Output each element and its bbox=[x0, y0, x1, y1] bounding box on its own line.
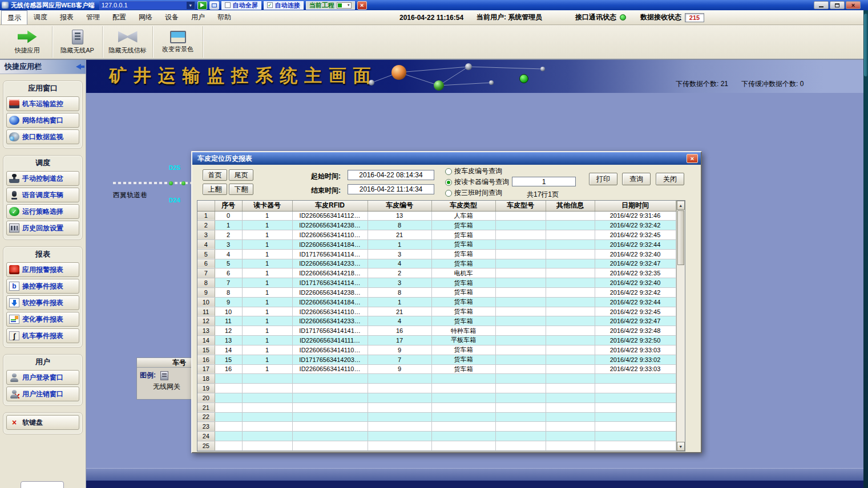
column-header-其他信息[interactable]: 其他信息 bbox=[546, 201, 595, 211]
auto-connect-checkbox[interactable]: 自动连接 bbox=[264, 1, 304, 10]
close-dialog-button[interactable]: 关闭 bbox=[656, 173, 684, 185]
print-button[interactable]: 打印 bbox=[589, 173, 617, 185]
minimize-button[interactable] bbox=[814, 1, 829, 9]
menu-item-report[interactable]: 报表 bbox=[54, 10, 80, 25]
table-row[interactable]: 14131ID22606563414111…17平板车箱2016/4/22 9:… bbox=[197, 336, 676, 345]
disconnect-button[interactable] bbox=[357, 1, 367, 10]
table-vertical-scrollbar[interactable] bbox=[676, 201, 685, 451]
sidebar-item-soft-event-report[interactable]: 软控事件报表 bbox=[6, 295, 79, 310]
sidebar-item-control-event-report[interactable]: 操控事件报表 bbox=[6, 279, 79, 294]
table-row[interactable]: 11101ID22606563414110…21货车箱2016/4/22 9:3… bbox=[197, 307, 676, 316]
table-row[interactable]: 761ID22606563414218…2电机车2016/4/22 9:32:3… bbox=[197, 269, 676, 278]
page-down-button[interactable]: 下翻 bbox=[229, 184, 253, 195]
radio-selected-icon[interactable] bbox=[445, 179, 452, 186]
auto-fullscreen-checkbox[interactable]: 自动全屏 bbox=[221, 1, 261, 10]
table-row[interactable]: 19 bbox=[197, 384, 676, 393]
sidebar-item-loco-event-report[interactable]: 机车事件报表 bbox=[6, 328, 79, 343]
table-row[interactable]: 1091ID22606563414184…1货车箱2016/4/22 9:32:… bbox=[197, 297, 676, 307]
menu-item-manage[interactable]: 管理 bbox=[80, 10, 106, 25]
checkbox-unchecked-icon[interactable] bbox=[225, 2, 231, 8]
ip-dropdown-arrow-icon[interactable] bbox=[187, 2, 195, 9]
app-vertical-scrollbar[interactable] bbox=[863, 10, 868, 488]
scroll-up-arrow-icon[interactable] bbox=[677, 201, 685, 210]
table-row[interactable]: 15141ID22606563414110…9货车箱2016/4/22 9:33… bbox=[197, 345, 676, 355]
table-scrollbar-track[interactable] bbox=[677, 266, 685, 442]
menu-item-user[interactable]: 用户 bbox=[185, 10, 211, 25]
reader-number-input[interactable] bbox=[512, 177, 576, 186]
table-row[interactable]: 431ID22606563414184…1货车箱2016/4/22 9:32:4… bbox=[197, 239, 676, 249]
table-row[interactable]: 651ID22606563414233…4货车箱2016/4/22 9:32:4… bbox=[197, 259, 676, 269]
sidebar-item-user-login[interactable]: 用户登录窗口 bbox=[6, 370, 79, 385]
table-row[interactable]: 22 bbox=[197, 412, 676, 422]
fullscreen-button[interactable] bbox=[209, 1, 219, 10]
dialog-titlebar[interactable]: 车皮定位历史报表 bbox=[192, 152, 701, 165]
toolbar-button-hide-wireless-beacon[interactable]: 隐藏无线信标 bbox=[103, 26, 153, 58]
toolbar-button-hide-wireless-ap[interactable]: 隐藏无线AP bbox=[53, 26, 103, 58]
table-row[interactable]: 25 bbox=[197, 441, 676, 451]
table-row[interactable]: 12111ID22606563414233…4货车箱2016/4/22 9:32… bbox=[197, 316, 676, 326]
menu-item-device[interactable]: 设备 bbox=[159, 10, 185, 25]
server-ip-combo[interactable] bbox=[99, 1, 195, 10]
toolbar-button-quick-app[interactable]: 快捷应用 bbox=[2, 26, 53, 58]
menu-item-config[interactable]: 配置 bbox=[106, 10, 132, 25]
column-header-读卡器号[interactable]: 读卡器号 bbox=[242, 201, 292, 211]
column-header-车皮类型[interactable]: 车皮类型 bbox=[431, 201, 495, 211]
radio-by-shift-time[interactable]: 按三班时间查询 bbox=[445, 188, 509, 198]
table-scrollbar-thumb[interactable] bbox=[677, 210, 685, 265]
table-row[interactable]: 321ID22606563414110…21货车箱2016/4/22 9:32:… bbox=[197, 230, 676, 240]
close-button[interactable] bbox=[846, 1, 861, 9]
table-row[interactable]: 24 bbox=[197, 432, 676, 441]
table-row[interactable]: 23 bbox=[197, 422, 676, 432]
sidebar-item-manual-switch-control[interactable]: 手动控制道岔 bbox=[6, 171, 79, 186]
table-row[interactable]: 981ID22606563414238…8货车箱2016/4/22 9:32:4… bbox=[197, 288, 676, 298]
radio-by-wagon-number[interactable]: 按车皮编号查询 bbox=[445, 166, 509, 176]
sidebar-item-change-event-report[interactable]: 变化事件报表 bbox=[6, 312, 79, 327]
sidebar-item-user-logout[interactable]: 用户注销窗口 bbox=[6, 387, 79, 401]
scroll-down-arrow-icon[interactable] bbox=[677, 442, 685, 451]
end-time-input[interactable] bbox=[348, 184, 434, 194]
column-header-车皮RFID[interactable]: 车皮RFID bbox=[292, 201, 368, 211]
scrollbar-thumb[interactable] bbox=[864, 14, 867, 76]
first-page-button[interactable]: 首页 bbox=[203, 169, 227, 181]
maximize-button[interactable] bbox=[830, 1, 845, 9]
table-row[interactable]: 21 bbox=[197, 402, 676, 412]
sidebar-item-network-structure[interactable]: 网络结构窗口 bbox=[6, 113, 79, 128]
table-row[interactable]: 541ID17176563414114…3货车箱2016/4/22 9:32:4… bbox=[197, 249, 676, 259]
menu-item-network[interactable]: 网络 bbox=[132, 10, 159, 25]
column-header-车皮型号[interactable]: 车皮型号 bbox=[495, 201, 546, 211]
column-header-车皮编号[interactable]: 车皮编号 bbox=[368, 201, 431, 211]
table-row[interactable]: 871ID17176563414114…3货车箱2016/4/22 9:32:4… bbox=[197, 278, 676, 288]
table-row[interactable]: 18 bbox=[197, 374, 676, 384]
server-ip-input[interactable] bbox=[100, 2, 187, 9]
table-row[interactable]: 16151ID17176563414203…7货车箱2016/4/22 9:33… bbox=[197, 355, 676, 364]
toolbar-button-change-background[interactable]: 改变背景色 bbox=[153, 26, 203, 58]
menu-item-help[interactable]: 帮助 bbox=[211, 10, 237, 25]
connect-button[interactable] bbox=[197, 1, 207, 10]
project-dropdown[interactable] bbox=[337, 2, 352, 9]
partial-sidebar-button[interactable] bbox=[21, 481, 64, 488]
table-row[interactable]: 13121ID17176563414141…16特种车箱2016/4/22 9:… bbox=[197, 326, 676, 336]
radio-icon[interactable] bbox=[445, 168, 452, 175]
table-row[interactable]: 211ID22606563414238…8货车箱2016/4/22 9:32:4… bbox=[197, 221, 676, 230]
checkbox-checked-icon[interactable] bbox=[267, 2, 273, 8]
radio-icon[interactable] bbox=[445, 190, 452, 197]
sidebar-item-voice-dispatch[interactable]: 语音调度车辆 bbox=[6, 188, 79, 202]
collapse-sidebar-icon[interactable] bbox=[76, 64, 81, 70]
column-header-日期时间[interactable]: 日期时间 bbox=[595, 201, 676, 211]
query-button[interactable]: 查询 bbox=[622, 173, 651, 185]
menu-item-display[interactable]: 显示 bbox=[1, 10, 27, 25]
dialog-close-button[interactable] bbox=[687, 154, 698, 163]
start-time-input[interactable] bbox=[348, 170, 434, 180]
table-row[interactable]: 20 bbox=[197, 393, 676, 402]
table-row[interactable]: 17161ID22606563414110…9货车箱2016/4/22 9:33… bbox=[197, 364, 676, 374]
sidebar-item-history-playback[interactable]: 历史回放设置 bbox=[6, 221, 79, 235]
sidebar-item-interface-data-monitor[interactable]: 接口数据监视 bbox=[6, 129, 79, 144]
sidebar-item-soft-keyboard[interactable]: 软键盘 bbox=[6, 415, 79, 430]
column-header-序号[interactable]: 序号 bbox=[215, 201, 242, 211]
table-row[interactable]: 101ID22606563414112…13人车箱2016/4/22 9:31:… bbox=[197, 211, 676, 221]
sidebar-item-strategy-select[interactable]: 运行策略选择 bbox=[6, 204, 79, 219]
sidebar-item-alarm-report[interactable]: 应用报警报表 bbox=[6, 262, 79, 277]
radio-by-reader-number[interactable]: 按读卡器编号查询 bbox=[445, 177, 509, 187]
page-up-button[interactable]: 上翻 bbox=[203, 184, 227, 195]
last-page-button[interactable]: 尾页 bbox=[229, 169, 253, 181]
